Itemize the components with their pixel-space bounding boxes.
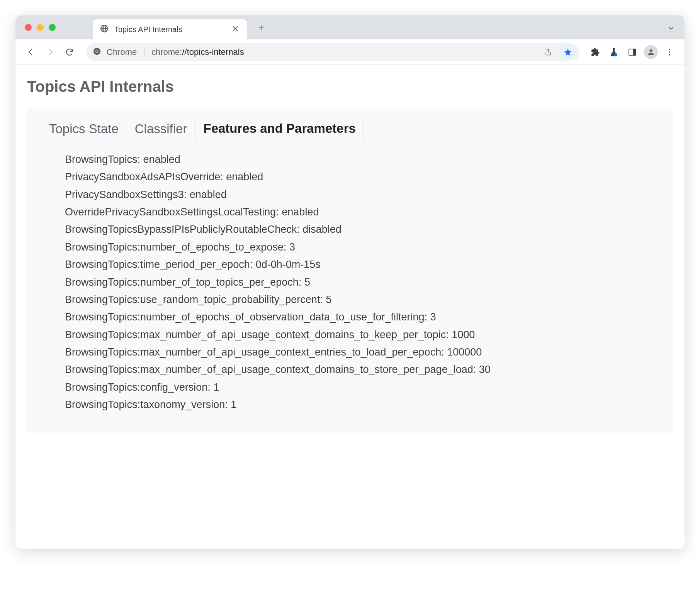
feature-value: enabled bbox=[226, 171, 263, 183]
feature-value: 3 bbox=[289, 241, 295, 253]
feature-key: BrowsingTopics:max_number_of_api_usage_c… bbox=[65, 329, 446, 340]
feature-row: BrowsingTopics:time_period_per_epoch: 0d… bbox=[65, 256, 673, 273]
page-title: Topics API Internals bbox=[27, 78, 673, 95]
feature-key: BrowsingTopics:number_of_top_topics_per_… bbox=[65, 276, 299, 288]
feature-row: BrowsingTopics:max_number_of_api_usage_c… bbox=[65, 344, 673, 361]
feature-value: 1 bbox=[213, 381, 219, 393]
feature-key: BrowsingTopicsBypassIPIsPubliclyRoutable… bbox=[65, 224, 297, 235]
feature-value: 1 bbox=[231, 399, 236, 410]
profile-button[interactable] bbox=[643, 44, 659, 60]
feature-key: OverridePrivacySandboxSettingsLocalTesti… bbox=[65, 206, 276, 218]
side-panel-button[interactable] bbox=[624, 44, 641, 60]
omnibox-separator: | bbox=[143, 47, 145, 57]
feature-key: PrivacySandboxSettings3 bbox=[65, 189, 184, 200]
feature-row: OverridePrivacySandboxSettingsLocalTesti… bbox=[65, 203, 673, 221]
feature-value: 1000 bbox=[452, 329, 475, 340]
window-controls bbox=[25, 24, 56, 31]
new-tab-button[interactable] bbox=[254, 21, 268, 35]
window-empty-area bbox=[15, 456, 685, 549]
back-button[interactable] bbox=[22, 44, 39, 61]
feature-key: BrowsingTopics:max_number_of_api_usage_c… bbox=[65, 364, 473, 375]
chrome-menu-button[interactable] bbox=[661, 44, 678, 60]
omnibox-url: chrome://topics-internals bbox=[151, 47, 244, 57]
svg-point-3 bbox=[614, 53, 617, 56]
tab-title: Topics API Internals bbox=[114, 25, 182, 34]
svg-rect-5 bbox=[633, 49, 636, 55]
feature-row: BrowsingTopics: enabled bbox=[65, 151, 673, 168]
extensions-button[interactable] bbox=[587, 44, 603, 60]
page-tab-features-and-parameters[interactable]: Features and Parameters bbox=[195, 118, 364, 140]
feature-row: PrivacySandboxAdsAPIsOverride: enabled bbox=[65, 168, 673, 186]
feature-value: 5 bbox=[304, 276, 310, 288]
reload-button[interactable] bbox=[61, 44, 78, 61]
feature-key: BrowsingTopics bbox=[65, 154, 138, 165]
browser-window: Topics API Internals Chrome | bbox=[15, 15, 685, 549]
svg-point-6 bbox=[669, 49, 670, 50]
svg-point-8 bbox=[669, 54, 670, 56]
feature-value: enabled bbox=[282, 206, 319, 218]
feature-row: BrowsingTopics:config_version: 1 bbox=[65, 379, 673, 396]
toolbar: Chrome | chrome://topics-internals bbox=[15, 39, 685, 65]
tabs-dropdown-button[interactable] bbox=[667, 24, 675, 34]
feature-row: BrowsingTopics:max_number_of_api_usage_c… bbox=[65, 326, 673, 344]
page-tab-topics-state[interactable]: Topics State bbox=[41, 118, 127, 140]
feature-row: BrowsingTopicsBypassIPIsPubliclyRoutable… bbox=[65, 221, 673, 238]
feature-row: BrowsingTopics:number_of_top_topics_per_… bbox=[65, 274, 673, 291]
address-bar[interactable]: Chrome | chrome://topics-internals bbox=[86, 43, 579, 61]
feature-key: BrowsingTopics:max_number_of_api_usage_c… bbox=[65, 346, 441, 358]
labs-button[interactable] bbox=[606, 44, 622, 60]
internals-panel: Topics StateClassifierFeatures and Param… bbox=[27, 108, 673, 433]
close-tab-button[interactable] bbox=[230, 24, 240, 35]
feature-row: BrowsingTopics:max_number_of_api_usage_c… bbox=[65, 361, 673, 378]
feature-value: 0d-0h-0m-15s bbox=[256, 259, 321, 270]
minimize-window-button[interactable] bbox=[37, 24, 44, 31]
feature-row: PrivacySandboxSettings3: enabled bbox=[65, 186, 673, 203]
feature-row: BrowsingTopics:taxonomy_version: 1 bbox=[65, 396, 673, 413]
forward-button[interactable] bbox=[42, 44, 59, 61]
feature-value: disabled bbox=[302, 224, 342, 235]
feature-row: BrowsingTopics:number_of_epochs_to_expos… bbox=[65, 239, 673, 256]
maximize-window-button[interactable] bbox=[49, 24, 56, 31]
feature-value: 100000 bbox=[447, 346, 482, 358]
feature-value: enabled bbox=[190, 189, 227, 200]
feature-value: enabled bbox=[143, 154, 180, 165]
feature-value: 5 bbox=[326, 294, 331, 305]
feature-key: BrowsingTopics:number_of_epochs_to_expos… bbox=[65, 241, 284, 253]
share-button[interactable] bbox=[542, 46, 555, 59]
close-window-button[interactable] bbox=[25, 24, 32, 31]
feature-row: BrowsingTopics:use_random_topic_probabil… bbox=[65, 291, 673, 308]
page-content: Topics API Internals Topics StateClassif… bbox=[15, 65, 685, 456]
omnibox-origin-label: Chrome bbox=[107, 47, 137, 57]
toolbar-actions bbox=[587, 44, 678, 60]
feature-key: BrowsingTopics:number_of_epochs_of_obser… bbox=[65, 311, 425, 323]
omnibox-path: //topics-internals bbox=[182, 47, 244, 57]
browser-tab[interactable]: Topics API Internals bbox=[93, 19, 247, 39]
globe-icon bbox=[100, 24, 109, 35]
bookmark-button[interactable] bbox=[560, 44, 576, 60]
feature-value: 3 bbox=[430, 311, 436, 323]
page-tab-classifier[interactable]: Classifier bbox=[127, 118, 195, 140]
features-list: BrowsingTopics: enabledPrivacySandboxAds… bbox=[27, 140, 673, 413]
feature-row: BrowsingTopics:number_of_epochs_of_obser… bbox=[65, 308, 673, 326]
page-tabs: Topics StateClassifierFeatures and Param… bbox=[27, 108, 673, 140]
omnibox-scheme: chrome: bbox=[151, 47, 182, 57]
chrome-icon bbox=[93, 47, 101, 57]
feature-value: 30 bbox=[479, 364, 491, 375]
avatar-icon bbox=[644, 45, 658, 59]
feature-key: BrowsingTopics:time_period_per_epoch bbox=[65, 259, 250, 270]
feature-key: BrowsingTopics:config_version bbox=[65, 381, 207, 393]
feature-key: BrowsingTopics:taxonomy_version bbox=[65, 399, 225, 410]
feature-key: BrowsingTopics:use_random_topic_probabil… bbox=[65, 294, 320, 305]
svg-point-7 bbox=[669, 51, 670, 53]
star-icon bbox=[561, 46, 574, 59]
svg-point-2 bbox=[96, 50, 98, 53]
tab-strip: Topics API Internals bbox=[15, 15, 685, 39]
feature-key: PrivacySandboxAdsAPIsOverride bbox=[65, 171, 220, 183]
